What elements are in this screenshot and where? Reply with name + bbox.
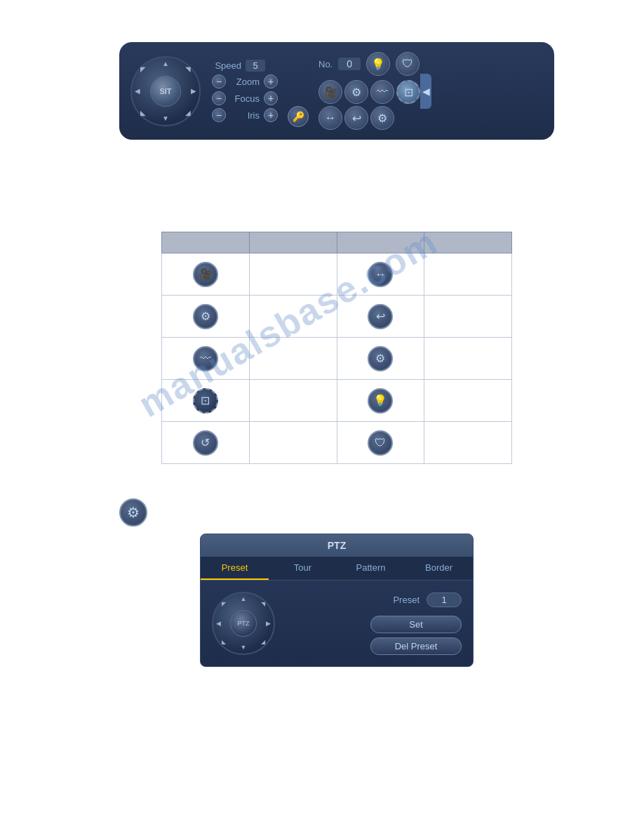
col-header-4: [424, 232, 512, 253]
arrow-ur-icon: ◥: [185, 66, 191, 73]
ptz-arrow-ul: ◤: [222, 602, 226, 607]
ptz-move-icon-button[interactable]: ⚙: [344, 80, 368, 104]
speed-input[interactable]: [246, 60, 265, 72]
table-cell-icon2: 💡: [337, 380, 424, 422]
ptz-arrow-right: ▶: [266, 621, 271, 627]
ptz-arrow-down: ▼: [241, 644, 247, 651]
focus-plus-button[interactable]: +: [264, 91, 278, 105]
table-row: 〰 ⚙: [162, 338, 512, 380]
table-light-icon[interactable]: 💡: [368, 388, 393, 413]
table-row: ⊡ 💡: [162, 380, 512, 422]
arrow-down-icon: ▼: [162, 115, 169, 122]
lightbulb-icon-button[interactable]: 💡: [366, 52, 390, 76]
arrow-up-icon: ▲: [162, 60, 169, 67]
icon-reference-table: 🎥 ↔ ⚙ ↩ 〰 ⚙ ⊡ 💡: [161, 232, 512, 464]
focus-label: Focus: [230, 93, 260, 104]
iris-row: − Iris +: [212, 108, 278, 122]
no-row: No. 💡 🛡: [318, 52, 420, 76]
settings-icon-button[interactable]: ⚙: [370, 106, 394, 130]
table-cell-icon: ⚙: [162, 296, 250, 338]
zoom-row: − Zoom +: [212, 74, 278, 88]
set-preset-button[interactable]: Set: [370, 616, 462, 633]
table-cell-text2: [424, 422, 512, 464]
tab-border[interactable]: Border: [405, 557, 473, 580]
table-dashed-icon[interactable]: ⊡: [193, 388, 218, 413]
zoom-plus-button[interactable]: +: [264, 74, 278, 88]
table-row: ↺ 🛡: [162, 422, 512, 464]
ptz-arrow-left: ◀: [216, 621, 221, 627]
ptz-dialog: PTZ Preset Tour Pattern Border ▲ ▼ ◀ ▶ ◤…: [200, 534, 474, 667]
arrow-ul-icon: ◤: [140, 66, 146, 73]
dashed-box-icon-button[interactable]: ⊡: [396, 80, 420, 104]
table-cell-text: [249, 338, 337, 380]
ptz-arrow-dl: ◣: [222, 640, 226, 645]
table-row: ⚙ ↩: [162, 296, 512, 338]
table-wave-icon[interactable]: 〰: [193, 346, 218, 371]
table-loop-icon[interactable]: ↺: [193, 430, 218, 456]
table-cell-text2: [424, 338, 512, 380]
preset-number-row: Preset: [289, 593, 462, 607]
ptz-joystick-label: PTZ: [238, 620, 250, 627]
ptz-title: PTZ: [201, 534, 473, 557]
col-header-2: [249, 232, 337, 253]
tab-pattern[interactable]: Pattern: [337, 557, 405, 580]
control-bar: ▲ ▼ ◀ ▶ ◤ ◥ ◣ ◢ SIT Speed − Zoom + − F: [119, 42, 554, 140]
focus-minus-button[interactable]: −: [212, 91, 226, 105]
shield-icon-button[interactable]: 🛡: [396, 52, 420, 76]
focus-row: − Focus +: [212, 91, 278, 105]
wave-icon-button[interactable]: 〰: [370, 80, 394, 104]
iris-plus-button[interactable]: +: [264, 108, 278, 122]
table-cell-text2: [424, 296, 512, 338]
table-cell-icon: 🎥: [162, 253, 250, 296]
table-cell-icon2: ↔: [337, 253, 424, 296]
side-arrow-button[interactable]: ◀: [420, 74, 431, 109]
table-cell-text: [249, 296, 337, 338]
table-reverse-icon[interactable]: ↔: [368, 262, 393, 287]
table-cell-text: [249, 380, 337, 422]
table-camera-icon[interactable]: 🎥: [193, 262, 218, 287]
no-label: No.: [318, 59, 333, 70]
arrow-dr-icon: ◢: [185, 110, 191, 117]
tab-preset[interactable]: Preset: [201, 557, 269, 580]
preset-number-input[interactable]: [427, 593, 462, 607]
table-return-icon[interactable]: ↩: [368, 304, 393, 329]
table-cell-text2: [424, 380, 512, 422]
camera-icon-button[interactable]: 🎥: [318, 80, 342, 104]
ptz-arrow-dr: ◢: [261, 640, 265, 645]
table-settings-icon[interactable]: ⚙: [368, 346, 393, 371]
arrow-dl-icon: ◣: [140, 110, 146, 117]
table-shield-icon[interactable]: 🛡: [368, 430, 393, 456]
table-cell-icon2: ⚙: [337, 338, 424, 380]
col-header-3: [337, 232, 424, 253]
ptz-arrow-up: ▲: [241, 596, 247, 602]
ptz-joystick[interactable]: ▲ ▼ ◀ ▶ ◤ ◥ ◣ ◢ PTZ: [212, 592, 275, 655]
ptz-right-panel: Preset Set Del Preset: [289, 593, 462, 655]
return-icon-button[interactable]: ↩: [344, 106, 368, 130]
col-header-1: [162, 232, 250, 253]
table-cell-icon: 〰: [162, 338, 250, 380]
right-section: No. 💡 🛡 🎥 ⚙ 〰 ⊡ ↔ ↩ ⚙ ◀: [318, 52, 420, 130]
table-cell-icon: ↺: [162, 422, 250, 464]
ptz-joystick-center[interactable]: PTZ: [230, 610, 257, 637]
table-cell-icon2: 🛡: [337, 422, 424, 464]
preset-button[interactable]: 🔑: [288, 106, 309, 127]
ptz-tabs: Preset Tour Pattern Border: [201, 557, 473, 581]
zoom-minus-button[interactable]: −: [212, 74, 226, 88]
table-cell-text2: [424, 253, 512, 296]
gear-settings-button[interactable]: ⚙: [119, 498, 147, 527]
joystick-outer[interactable]: ▲ ▼ ◀ ▶ ◤ ◥ ◣ ◢ SIT: [130, 56, 201, 126]
speed-row: Speed: [212, 60, 265, 72]
table-ptz-icon[interactable]: ⚙: [193, 304, 218, 329]
table-cell-icon: ⊡: [162, 380, 250, 422]
del-preset-button[interactable]: Del Preset: [370, 637, 462, 655]
zoom-label: Zoom: [230, 77, 260, 87]
ptz-arrow-ur: ◥: [261, 602, 265, 607]
reverse-icon-button[interactable]: ↔: [318, 106, 342, 130]
table-cell-icon2: ↩: [337, 296, 424, 338]
iris-minus-button[interactable]: −: [212, 108, 226, 122]
no-input[interactable]: [338, 58, 361, 70]
tab-tour[interactable]: Tour: [269, 557, 337, 580]
joystick-container: ▲ ▼ ◀ ▶ ◤ ◥ ◣ ◢ SIT: [130, 56, 201, 126]
joystick-center[interactable]: SIT: [150, 76, 181, 107]
arrow-left-icon: ◀: [135, 88, 140, 95]
